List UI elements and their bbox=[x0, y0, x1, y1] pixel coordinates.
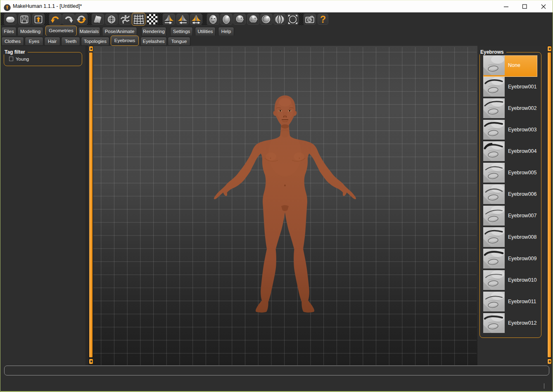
svg-text:?: ? bbox=[320, 14, 326, 25]
